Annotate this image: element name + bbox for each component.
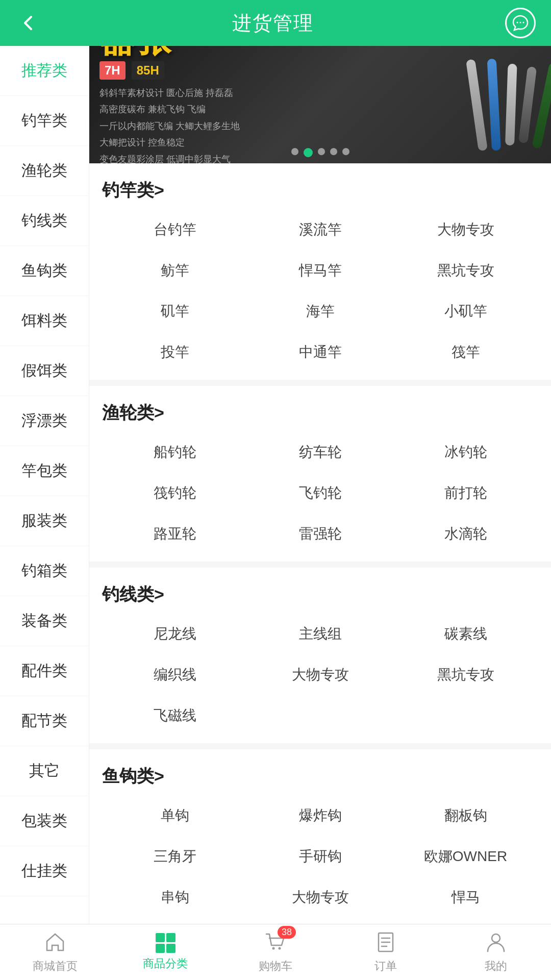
category-item[interactable]: 三角牙 xyxy=(102,839,247,874)
category-item[interactable]: 冰钓轮 xyxy=(393,435,538,470)
rod-2 xyxy=(487,59,501,151)
category-item[interactable]: 手研钩 xyxy=(247,839,393,874)
category-item[interactable]: 大物专攻 xyxy=(393,212,538,247)
category-item[interactable]: 台钓竿 xyxy=(102,212,247,247)
category-item[interactable]: 水滴轮 xyxy=(393,517,538,551)
category-item[interactable]: 翻板钩 xyxy=(393,798,538,833)
nav-cart[interactable]: 38 购物车 xyxy=(220,931,331,974)
category-item xyxy=(247,698,393,733)
category-item[interactable]: 悍马竿 xyxy=(247,253,393,288)
category-item[interactable]: 飞钓轮 xyxy=(247,476,393,510)
category-item[interactable]: 尼龙线 xyxy=(102,617,247,651)
sidebar-item-bag[interactable]: 竿包类 xyxy=(0,446,89,496)
dot-3[interactable] xyxy=(318,148,325,155)
category-item[interactable]: 爆炸钩 xyxy=(247,798,393,833)
category-hooks-title[interactable]: 鱼钩类> xyxy=(102,765,538,788)
category-item[interactable]: 前打轮 xyxy=(393,476,538,510)
sidebar-item-box[interactable]: 钓箱类 xyxy=(0,546,89,596)
sidebar: 推荐类 钓竿类 渔轮类 钓线类 鱼钩类 饵料类 假饵类 浮漂类 竿包类 服装类 … xyxy=(0,46,89,972)
grid-icon xyxy=(156,933,176,953)
category-item[interactable]: 海竿 xyxy=(247,294,393,329)
category-item[interactable]: 黑坑专攻 xyxy=(393,657,538,692)
category-item[interactable]: 串钩 xyxy=(102,880,247,915)
category-item[interactable]: 编织线 xyxy=(102,657,247,692)
sidebar-item-sections[interactable]: 配节类 xyxy=(0,696,89,746)
sidebar-item-hooks[interactable]: 鱼钩类 xyxy=(0,246,89,296)
rod-1 xyxy=(466,59,488,151)
svg-point-4 xyxy=(279,947,281,949)
header: 进货管理 xyxy=(0,0,551,46)
nav-profile-label: 我的 xyxy=(485,959,507,974)
sidebar-item-bait[interactable]: 饵料类 xyxy=(0,296,89,346)
nav-orders[interactable]: 订单 xyxy=(331,931,441,974)
category-item[interactable]: 单钩 xyxy=(102,798,247,833)
category-item[interactable]: 溪流竿 xyxy=(247,212,393,247)
dot-2[interactable] xyxy=(304,148,313,157)
category-item[interactable]: 矶竿 xyxy=(102,294,247,329)
sidebar-item-packaging[interactable]: 包装类 xyxy=(0,796,89,846)
category-item[interactable]: 路亚轮 xyxy=(102,517,247,551)
sidebar-item-other[interactable]: 其它 xyxy=(0,746,89,796)
nav-home[interactable]: 商城首页 xyxy=(0,931,110,974)
category-lines-section: 钓线类> 尼龙线 主线组 碳素线 编织线 大物专攻 黑坑专攻 飞磁线 xyxy=(89,568,551,749)
chat-button[interactable] xyxy=(505,8,536,38)
banner-dots xyxy=(291,148,349,157)
nav-cart-label: 购物车 xyxy=(259,959,292,974)
category-item[interactable]: 大物专攻 xyxy=(247,657,393,692)
category-item[interactable]: 大物专攻 xyxy=(247,880,393,915)
sidebar-item-rods[interactable]: 钓竿类 xyxy=(0,96,89,146)
svg-point-3 xyxy=(272,947,275,949)
back-button[interactable] xyxy=(15,10,41,36)
sidebar-item-rig[interactable]: 仕挂类 xyxy=(0,846,89,896)
category-rods-grid: 台钓竿 溪流竿 大物专攻 鲂竿 悍马竿 黑坑专攻 矶竿 海竿 小矶竿 投竿 中通… xyxy=(102,212,538,370)
category-item[interactable]: 船钓轮 xyxy=(102,435,247,470)
category-rods-title[interactable]: 钓竿类> xyxy=(102,179,538,202)
nav-profile[interactable]: 我的 xyxy=(441,931,551,974)
sidebar-item-parts[interactable]: 配件类 xyxy=(0,646,89,696)
rod-4 xyxy=(518,66,537,143)
dot-1[interactable] xyxy=(291,148,298,155)
categories-content: 钓竿类> 台钓竿 溪流竿 大物专攻 鲂竿 悍马竿 黑坑专攻 矶竿 海竿 小矶竿 … xyxy=(89,163,551,972)
sidebar-item-float[interactable]: 浮漂类 xyxy=(0,396,89,446)
sidebar-item-clothing[interactable]: 服装类 xyxy=(0,496,89,546)
svg-point-0 xyxy=(517,22,518,23)
category-item[interactable]: 飞磁线 xyxy=(102,698,247,733)
category-item[interactable]: 欧娜OWNER xyxy=(393,839,538,874)
sidebar-item-lines[interactable]: 钓线类 xyxy=(0,196,89,246)
category-lines-title[interactable]: 钓线类> xyxy=(102,583,538,606)
category-item[interactable]: 投竿 xyxy=(102,335,247,370)
sidebar-item-recommended[interactable]: 推荐类 xyxy=(0,46,89,96)
category-item[interactable]: 中通竿 xyxy=(247,335,393,370)
category-item[interactable]: 小矶竿 xyxy=(393,294,538,329)
category-item[interactable]: 筏钓轮 xyxy=(102,476,247,510)
sidebar-item-reels[interactable]: 渔轮类 xyxy=(0,146,89,196)
banner-tag2: 85H xyxy=(132,61,164,80)
dot-5[interactable] xyxy=(342,148,349,155)
home-icon xyxy=(44,931,66,955)
category-reels-title[interactable]: 渔轮类> xyxy=(102,401,538,425)
nav-home-label: 商城首页 xyxy=(33,959,78,974)
category-item[interactable]: 筏竿 xyxy=(393,335,538,370)
cart-badge: 38 xyxy=(278,926,296,939)
nav-category[interactable]: 商品分类 xyxy=(110,933,220,971)
user-icon xyxy=(485,931,507,955)
category-item[interactable]: 雷强轮 xyxy=(247,517,393,551)
banner: 器张 7H 85H 斜斜竿素材设计 匮心后施 持磊磊 高密度碳布 兼杭飞钩 飞编… xyxy=(89,46,551,163)
category-reels-section: 渔轮类> 船钓轮 纺车轮 冰钓轮 筏钓轮 飞钓轮 前打轮 路亚轮 雷强轮 水滴轮 xyxy=(89,386,551,568)
svg-point-9 xyxy=(492,934,500,942)
category-item[interactable]: 黑坑专攻 xyxy=(393,253,538,288)
category-item[interactable]: 鲂竿 xyxy=(102,253,247,288)
sidebar-item-gear[interactable]: 装备类 xyxy=(0,596,89,646)
sidebar-item-lure[interactable]: 假饵类 xyxy=(0,346,89,396)
category-item[interactable]: 悍马 xyxy=(393,880,538,915)
svg-point-2 xyxy=(523,22,524,23)
content-area: 器张 7H 85H 斜斜竿素材设计 匮心后施 持磊磊 高密度碳布 兼杭飞钩 飞编… xyxy=(89,46,551,972)
main-container: 推荐类 钓竿类 渔轮类 钓线类 鱼钩类 饵料类 假饵类 浮漂类 竿包类 服装类 … xyxy=(0,46,551,972)
category-item[interactable]: 纺车轮 xyxy=(247,435,393,470)
dot-4[interactable] xyxy=(330,148,337,155)
category-rods-section: 钓竿类> 台钓竿 溪流竿 大物专攻 鲂竿 悍马竿 黑坑专攻 矶竿 海竿 小矶竿 … xyxy=(89,163,551,386)
category-item[interactable]: 碳素线 xyxy=(393,617,538,651)
nav-category-label: 商品分类 xyxy=(143,956,188,971)
category-item[interactable]: 主线组 xyxy=(247,617,393,651)
category-item xyxy=(393,698,538,733)
